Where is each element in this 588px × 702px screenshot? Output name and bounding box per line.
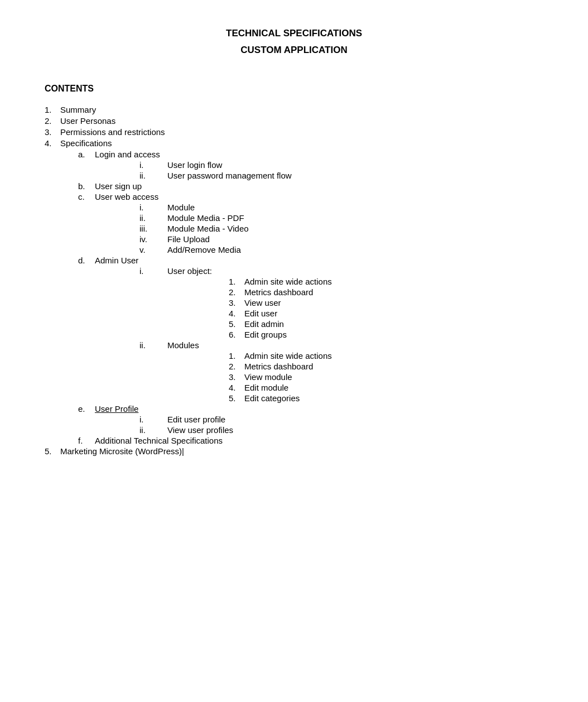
contents-heading: CONTENTS	[45, 84, 543, 94]
table-of-contents: 1.Summary2.User Personas3.Permissions an…	[45, 105, 543, 456]
page-subtitle: CUSTOM APPLICATION	[45, 45, 543, 56]
list-item: 4.Specificationsa.Login and accessi.User…	[45, 138, 543, 445]
list-item: 1.Summary	[45, 105, 543, 114]
page-title: TECHNICAL SPECIFICATIONS	[45, 28, 543, 39]
list-item: 5.Marketing Microsite (WordPress)|	[45, 446, 543, 456]
list-item: 3.Permissions and restrictions	[45, 127, 543, 137]
list-item: 2.User Personas	[45, 116, 543, 126]
